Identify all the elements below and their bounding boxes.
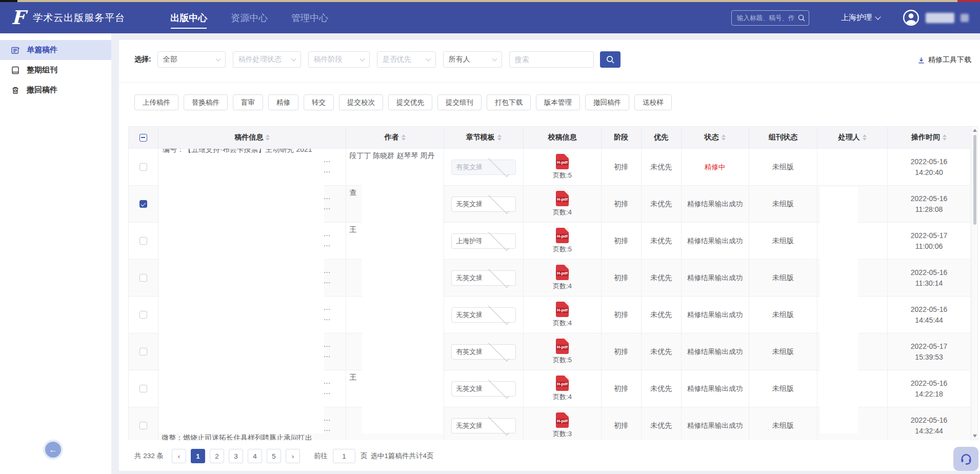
nav-link-2[interactable]: 资源中心 — [231, 2, 268, 33]
chapter-template-select[interactable]: 无英文摘要，无编 — [451, 418, 516, 433]
proof-info-cell: H-pdf页数:5 — [524, 149, 602, 185]
action-button-2[interactable]: 替换稿件 — [184, 94, 228, 110]
status-cell: 精修结果输出成功 — [682, 407, 749, 440]
proof-pdf: H-pdf页数:4 — [553, 376, 572, 402]
pdf-file-icon[interactable]: H-pdf — [556, 265, 569, 280]
sidebar-item-2[interactable]: 整期组刊 — [0, 60, 111, 80]
chevron-down-icon — [488, 414, 509, 435]
group-status-text: 未组版 — [772, 236, 794, 246]
keyword-search-input[interactable] — [509, 51, 594, 68]
sort-icon[interactable] — [943, 134, 947, 141]
next-page-button[interactable]: › — [286, 449, 300, 463]
chapter-template-select[interactable]: 有英文摘要，无编 — [451, 344, 516, 360]
sidebar-item-1[interactable]: 单篇稿件 — [0, 40, 111, 60]
pdf-file-icon[interactable]: H-pdf — [556, 339, 569, 354]
stage-cell: 初排 — [602, 297, 642, 333]
status-cell: 精修结果输出成功 — [682, 186, 749, 222]
sort-icon[interactable] — [497, 134, 502, 141]
select-all-checkbox[interactable] — [139, 134, 147, 142]
filter-dropdown-3[interactable]: 稿件阶段 — [308, 51, 370, 68]
action-button-10[interactable]: 版本管理 — [536, 94, 580, 110]
row-checkbox[interactable] — [139, 274, 147, 282]
filter-dropdown-5[interactable]: 所有人 — [443, 51, 502, 68]
row-checkbox[interactable] — [139, 200, 147, 208]
chapter-template-select[interactable]: 无英文摘要，无编 — [451, 270, 516, 286]
scroll-up-icon[interactable] — [973, 129, 977, 132]
row-checkbox[interactable] — [139, 311, 147, 319]
priority-cell-text: 未优先 — [650, 273, 672, 283]
action-button-5[interactable]: 转交 — [304, 94, 334, 110]
page-button-3[interactable]: 3 — [229, 449, 243, 463]
column-header-优先: 优先 — [642, 127, 682, 148]
chevron-down-icon — [488, 377, 509, 398]
page-button-4[interactable]: 4 — [248, 449, 262, 463]
page-button-1[interactable]: 1 — [191, 449, 205, 463]
table-scrollbar[interactable] — [971, 126, 978, 440]
row-checkbox[interactable] — [139, 422, 147, 429]
filter-dropdown-4[interactable]: 是否优先 — [377, 51, 436, 68]
column-header-label: 优先 — [654, 133, 668, 142]
user-avatar-icon[interactable] — [903, 9, 919, 26]
back-arrow-icon: ← — [49, 445, 57, 455]
goto-page-input[interactable] — [333, 449, 355, 463]
table-header: 稿件信息作者章节模板校稿信息阶段优先状态组刊状态处理人操作时间 — [128, 126, 971, 149]
pdf-file-icon[interactable]: H-pdf — [556, 376, 569, 391]
action-button-8[interactable]: 提交组刊 — [437, 94, 482, 110]
customer-service-button[interactable] — [953, 447, 978, 471]
chapter-template-select[interactable]: 无英文摘要，无编 — [451, 196, 516, 212]
refine-tool-download-link[interactable]: 精修工具下载 — [917, 55, 971, 65]
row-checkbox[interactable] — [139, 163, 147, 171]
action-button-1[interactable]: 上传稿件 — [134, 94, 178, 110]
action-button-4[interactable]: 精修 — [268, 94, 298, 110]
sidebar-item-label: 单篇稿件 — [27, 45, 57, 55]
action-button-12[interactable]: 送校样 — [634, 94, 672, 110]
sort-icon[interactable] — [266, 134, 270, 141]
priority-cell-text: 未优先 — [650, 200, 672, 209]
action-button-11[interactable]: 撤回稿件 — [585, 94, 629, 110]
collapse-back-button[interactable]: ← — [45, 442, 61, 458]
row-checkbox[interactable] — [139, 237, 147, 245]
org-switcher-label: 上海护理 — [841, 13, 872, 23]
pdf-file-icon[interactable]: H-pdf — [556, 228, 569, 243]
nav-link-1[interactable]: 出版中心 — [170, 2, 207, 33]
action-button-6[interactable]: 提交校次 — [339, 94, 383, 110]
filter-dropdown-1[interactable]: 全部 — [157, 51, 226, 68]
chapter-template-select[interactable]: 无英文摘要，无编 — [451, 381, 516, 397]
sort-icon[interactable] — [722, 134, 726, 141]
pdf-file-icon[interactable]: H-pdf — [556, 191, 569, 206]
row-checkbox[interactable] — [139, 348, 147, 356]
group-status-cell: 未组版 — [749, 297, 818, 333]
priority-cell: 未优先 — [642, 260, 682, 296]
operation-date: 2022-05-17 — [911, 230, 948, 241]
prev-page-button[interactable]: ‹ — [172, 449, 186, 463]
handler-cell — [817, 149, 888, 185]
column-header-操作时间: 操作时间 — [888, 127, 970, 148]
page-button-2[interactable]: 2 — [210, 449, 224, 463]
operation-date: 2022-05-16 — [911, 193, 948, 204]
sort-icon[interactable] — [402, 134, 406, 141]
row-checkbox[interactable] — [139, 385, 147, 392]
pdf-file-icon[interactable]: H-pdf — [556, 412, 569, 428]
chevron-down-icon — [215, 56, 221, 62]
action-button-9[interactable]: 打包下载 — [487, 94, 531, 110]
action-button-3[interactable]: 盲审 — [233, 94, 263, 110]
chapter-template-select[interactable]: 有英文摘要，无编 — [451, 160, 516, 175]
page-button-5[interactable]: 5 — [267, 449, 281, 463]
pdf-file-icon[interactable]: H-pdf — [556, 302, 569, 317]
page-count: 页数:5 — [553, 356, 572, 365]
nav-link-3[interactable]: 管理中心 — [291, 2, 328, 33]
scrollbar-thumb[interactable] — [973, 135, 976, 225]
stage-cell-text: 初排 — [614, 200, 628, 209]
chapter-template-select[interactable]: 上海护理 — [451, 233, 516, 249]
scroll-down-icon[interactable] — [973, 434, 977, 438]
sort-icon[interactable] — [863, 134, 867, 141]
chapter-template-select[interactable]: 无英文摘要，无编 — [451, 307, 516, 323]
sidebar-item-3[interactable]: 撤回稿件 — [0, 80, 111, 100]
pdf-file-icon[interactable]: H-pdf — [556, 154, 569, 169]
filter-dropdown-2[interactable]: 稿件处理状态 — [233, 51, 301, 68]
search-icon[interactable] — [797, 14, 806, 22]
action-button-7[interactable]: 提交优先 — [388, 94, 432, 110]
row-checkbox-cell — [129, 186, 158, 222]
org-switcher[interactable]: 上海护理 — [841, 13, 880, 23]
search-button[interactable] — [600, 51, 621, 68]
